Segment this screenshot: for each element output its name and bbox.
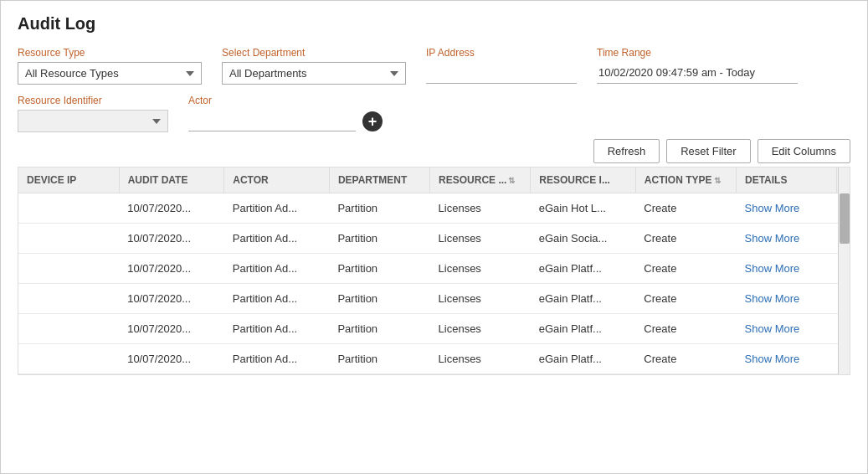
- cell-resource-id: eGain Platf...: [531, 344, 636, 374]
- show-more-link[interactable]: Show More: [745, 292, 800, 305]
- audit-log-table-wrapper: DEVICE IP AUDIT DATE ACTOR DEPARTMENT RE…: [18, 167, 850, 375]
- cell-details: Show More: [737, 193, 837, 224]
- col-header-details: DETAILS: [737, 167, 837, 193]
- actor-group: Actor +: [188, 95, 383, 131]
- add-actor-button[interactable]: +: [362, 111, 383, 131]
- cell-details: Show More: [737, 314, 837, 344]
- cell-resource-id: eGain Platf...: [531, 284, 636, 314]
- actor-label: Actor: [188, 95, 383, 106]
- show-more-link[interactable]: Show More: [745, 322, 800, 335]
- table-body: 10/07/2020...Partition Ad...PartitionLic…: [18, 193, 850, 374]
- cell-action-type: Create: [635, 224, 736, 254]
- cell-resource-type: Licenses: [430, 224, 531, 254]
- resource-identifier-group: Resource Identifier: [18, 95, 168, 132]
- cell-device-ip: [18, 193, 119, 224]
- filter-row-2: Resource Identifier Actor +: [18, 95, 850, 132]
- cell-actor: Partition Ad...: [224, 193, 330, 224]
- cell-action-type: Create: [635, 314, 736, 344]
- ip-address-label: IP Address: [426, 47, 577, 59]
- cell-department: Partition: [329, 344, 429, 374]
- cell-action-type: Create: [635, 193, 736, 224]
- cell-resource-type: Licenses: [430, 344, 531, 374]
- col-header-audit-date: AUDIT DATE: [119, 167, 224, 193]
- cell-details: Show More: [737, 224, 837, 254]
- cell-action-type: Create: [635, 284, 736, 314]
- table-row: 10/07/2020...Partition Ad...PartitionLic…: [18, 314, 850, 344]
- time-range-input[interactable]: 10/02/2020 09:47:59 am - Today: [597, 62, 798, 84]
- resource-type-select[interactable]: All Resource Types: [18, 62, 202, 85]
- cell-device-ip: [18, 314, 119, 344]
- cell-actor: Partition Ad...: [224, 284, 330, 314]
- table-row: 10/07/2020...Partition Ad...PartitionLic…: [18, 193, 850, 224]
- ip-address-input[interactable]: [426, 62, 577, 84]
- show-more-link[interactable]: Show More: [745, 232, 800, 245]
- cell-device-ip: [18, 344, 119, 374]
- table-row: 10/07/2020...Partition Ad...PartitionLic…: [18, 254, 850, 284]
- time-range-group: Time Range 10/02/2020 09:47:59 am - Toda…: [597, 47, 798, 84]
- cell-details: Show More: [737, 344, 837, 374]
- page-title: Audit Log: [18, 14, 850, 33]
- show-more-link[interactable]: Show More: [745, 353, 800, 365]
- cell-details: Show More: [737, 284, 837, 314]
- department-group: Select Department All Departments: [222, 47, 406, 85]
- cell-resource-id: eGain Platf...: [531, 314, 636, 344]
- col-header-resource-id: RESOURCE I...: [531, 167, 636, 193]
- resource-identifier-select[interactable]: [18, 110, 168, 132]
- col-header-resource-type: RESOURCE ...⇅: [430, 167, 531, 193]
- cell-device-ip: [18, 284, 119, 314]
- reset-filter-button[interactable]: Reset Filter: [666, 139, 750, 163]
- cell-resource-type: Licenses: [430, 254, 531, 284]
- table-header: DEVICE IP AUDIT DATE ACTOR DEPARTMENT RE…: [18, 167, 850, 193]
- edit-columns-button[interactable]: Edit Columns: [758, 139, 850, 163]
- cell-device-ip: [18, 254, 119, 284]
- cell-actor: Partition Ad...: [224, 344, 330, 374]
- cell-department: Partition: [329, 314, 429, 344]
- cell-audit-date: 10/07/2020...: [119, 314, 224, 344]
- sort-icon-resource-type: ⇅: [508, 176, 515, 185]
- cell-department: Partition: [329, 193, 429, 224]
- cell-department: Partition: [329, 224, 429, 254]
- cell-resource-type: Licenses: [430, 193, 531, 224]
- table-row: 10/07/2020...Partition Ad...PartitionLic…: [18, 284, 850, 314]
- cell-resource-id: eGain Hot L...: [531, 193, 636, 224]
- page-container: Audit Log Resource Type All Resource Typ…: [0, 0, 868, 474]
- refresh-button[interactable]: Refresh: [593, 139, 660, 163]
- cell-resource-id: eGain Socia...: [531, 224, 636, 254]
- cell-audit-date: 10/07/2020...: [119, 193, 224, 224]
- cell-action-type: Create: [635, 344, 736, 374]
- time-range-label: Time Range: [597, 47, 798, 59]
- resource-type-group: Resource Type All Resource Types: [18, 47, 202, 85]
- cell-audit-date: 10/07/2020...: [119, 344, 224, 374]
- show-more-link[interactable]: Show More: [745, 262, 800, 275]
- cell-actor: Partition Ad...: [224, 224, 330, 254]
- sort-icon-action-type: ⇅: [714, 176, 721, 185]
- cell-department: Partition: [329, 284, 429, 314]
- cell-department: Partition: [329, 254, 429, 284]
- cell-action-type: Create: [635, 254, 736, 284]
- col-header-action-type: ACTION TYPE⇅: [635, 167, 736, 193]
- scrollbar-track[interactable]: [838, 167, 850, 374]
- ip-address-group: IP Address: [426, 47, 577, 84]
- cell-resource-type: Licenses: [430, 284, 531, 314]
- cell-resource-id: eGain Platf...: [531, 254, 636, 284]
- cell-device-ip: [18, 224, 119, 254]
- cell-audit-date: 10/07/2020...: [119, 284, 224, 314]
- cell-details: Show More: [737, 254, 837, 284]
- cell-resource-type: Licenses: [430, 314, 531, 344]
- resource-identifier-label: Resource Identifier: [18, 95, 168, 106]
- department-select[interactable]: All Departments: [222, 62, 406, 85]
- scrollbar-thumb[interactable]: [840, 193, 850, 244]
- col-header-device-ip: DEVICE IP: [18, 167, 119, 193]
- col-header-department: DEPARTMENT: [329, 167, 429, 193]
- col-header-actor: ACTOR: [224, 167, 330, 193]
- toolbar-row: Refresh Reset Filter Edit Columns: [18, 139, 850, 163]
- table-row: 10/07/2020...Partition Ad...PartitionLic…: [18, 344, 850, 374]
- resource-type-label: Resource Type: [18, 47, 202, 59]
- table-row: 10/07/2020...Partition Ad...PartitionLic…: [18, 224, 850, 254]
- actor-input[interactable]: [188, 110, 356, 131]
- show-more-link[interactable]: Show More: [745, 202, 800, 214]
- cell-audit-date: 10/07/2020...: [119, 224, 224, 254]
- cell-actor: Partition Ad...: [224, 254, 330, 284]
- department-label: Select Department: [222, 47, 406, 59]
- cell-actor: Partition Ad...: [224, 314, 330, 344]
